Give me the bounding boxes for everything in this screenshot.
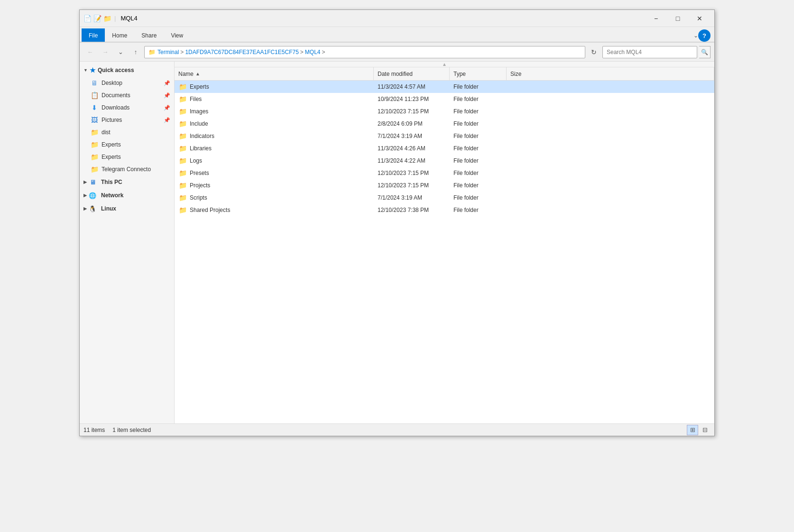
up-button[interactable]: ↑ — [129, 46, 142, 59]
file-row[interactable]: 📁 Include 2/8/2024 6:09 PM File folder — [175, 118, 714, 130]
file-row[interactable]: 📁 Logs 11/3/2024 4:22 AM File folder — [175, 155, 714, 167]
sidebar-section-quick-access[interactable]: ▼ ★ Quick access — [80, 64, 174, 77]
qat-separator: | — [114, 15, 116, 22]
file-row[interactable]: 📁 Indicators 7/1/2024 3:19 AM File folde… — [175, 130, 714, 142]
file-row[interactable]: 📁 Presets 12/10/2023 7:15 PM File folder — [175, 167, 714, 179]
back-button[interactable]: ← — [83, 46, 97, 59]
sidebar-item-desktop[interactable]: 🖥 Desktop 📌 — [80, 77, 174, 89]
tab-home[interactable]: Home — [105, 28, 134, 42]
search-button[interactable]: 🔍 — [699, 46, 711, 58]
linux-icon: 🐧 — [89, 205, 96, 212]
pictures-icon: 🖼 — [90, 116, 99, 124]
this-pc-icon: 🖥 — [89, 178, 96, 186]
ribbon: File Home Share View ⌄ ? — [80, 27, 714, 43]
file-size-cell — [507, 105, 714, 117]
this-pc-chevron: ▶ — [83, 180, 87, 184]
docs-pin: 📌 — [164, 92, 170, 99]
maximize-button[interactable]: □ — [667, 10, 689, 27]
sidebar-item-pictures[interactable]: 🖼 Pictures 📌 — [80, 114, 174, 126]
sidebar-section-this-pc[interactable]: ▶ 🖥 This PC — [80, 175, 174, 189]
sidebar-item-experts-2[interactable]: 📁 Experts — [80, 151, 174, 163]
close-button[interactable]: ✕ — [689, 10, 711, 27]
file-name-cell: 📁 Libraries — [175, 142, 374, 154]
sidebar-item-telegram[interactable]: 📁 Telegram Connecto — [80, 163, 174, 175]
sort-arrow-name: ▲ — [195, 71, 200, 76]
quick-access-chevron: ▼ — [83, 68, 88, 73]
col-header-date[interactable]: Date modified — [374, 67, 450, 80]
file-size-cell — [507, 130, 714, 142]
folder-icon: 📁 — [178, 193, 187, 202]
downloads-icon: ⬇ — [90, 103, 99, 112]
file-type-cell: File folder — [450, 142, 507, 154]
file-row[interactable]: 📁 Experts 11/3/2024 4:57 AM File folder — [175, 81, 714, 93]
minimize-button[interactable]: − — [645, 10, 667, 27]
file-name-cell: 📁 Presets — [175, 167, 374, 179]
documents-icon: 📋 — [90, 91, 99, 100]
tab-share[interactable]: Share — [134, 28, 164, 42]
file-date-cell: 12/10/2023 7:15 PM — [374, 105, 450, 117]
telegram-folder-icon: 📁 — [90, 165, 99, 174]
address-path[interactable]: 📁 Terminal > 1DAFD9A7C67DC84FE37EAA1FC1E… — [144, 46, 585, 58]
network-chevron: ▶ — [83, 193, 87, 198]
file-size-cell — [507, 81, 714, 92]
file-size-cell — [507, 192, 714, 203]
help-button[interactable]: ? — [698, 29, 711, 42]
sidebar-item-documents[interactable]: 📋 Documents 📌 — [80, 89, 174, 101]
file-size-cell — [507, 118, 714, 129]
file-size-cell — [507, 142, 714, 154]
main-area: ▼ ★ Quick access 🖥 Desktop 📌 📋 Documents… — [80, 62, 714, 423]
sidebar-item-pictures-label: Pictures — [102, 117, 122, 123]
col-header-name[interactable]: Name ▲ — [175, 67, 374, 80]
file-name-cell: 📁 Scripts — [175, 192, 374, 203]
dropdown-button[interactable]: ⌄ — [114, 46, 127, 59]
col-header-type[interactable]: Type — [450, 67, 507, 80]
ribbon-expand-btn[interactable]: ⌄ — [693, 32, 698, 39]
file-type-cell: File folder — [450, 192, 507, 203]
file-type-cell: File folder — [450, 179, 507, 191]
file-date-cell: 7/1/2024 3:19 AM — [374, 130, 450, 142]
file-name-cell: 📁 Files — [175, 93, 374, 105]
sidebar-section-linux[interactable]: ▶ 🐧 Linux — [80, 202, 174, 215]
sidebar-item-downloads[interactable]: ⬇ Downloads 📌 — [80, 101, 174, 114]
this-pc-label: This PC — [101, 179, 122, 185]
network-label: Network — [101, 192, 123, 199]
forward-button[interactable]: → — [99, 46, 112, 59]
large-icons-view-button[interactable]: ⊟ — [699, 425, 711, 435]
sidebar-section-network[interactable]: ▶ 🌐 Network — [80, 189, 174, 202]
file-row[interactable]: 📁 Libraries 11/3/2024 4:26 AM File folde… — [175, 142, 714, 155]
search-input[interactable] — [602, 46, 697, 58]
file-type-cell: File folder — [450, 105, 507, 117]
file-size-cell — [507, 167, 714, 179]
pictures-pin: 📌 — [164, 117, 170, 123]
file-row[interactable]: 📁 Files 10/9/2024 11:23 PM File folder — [175, 93, 714, 105]
status-bar: 11 items 1 item selected ⊞ ⊟ — [80, 423, 714, 436]
file-row[interactable]: 📁 Scripts 7/1/2024 3:19 AM File folder — [175, 192, 714, 204]
folder-icon: 📁 — [178, 119, 187, 128]
file-row[interactable]: 📁 Projects 12/10/2023 7:15 PM File folde… — [175, 179, 714, 192]
file-date-cell: 12/10/2023 7:38 PM — [374, 204, 450, 216]
file-size-cell — [507, 155, 714, 166]
tab-file[interactable]: File — [82, 28, 105, 42]
sidebar: ▼ ★ Quick access 🖥 Desktop 📌 📋 Documents… — [80, 62, 175, 423]
file-name-cell: 📁 Logs — [175, 155, 374, 166]
desktop-icon: 🖥 — [90, 79, 99, 87]
folder-icon: 📁 — [178, 95, 187, 103]
sidebar-item-experts-1[interactable]: 📁 Experts — [80, 138, 174, 151]
file-type-cell: File folder — [450, 155, 507, 166]
folder-icon: 📁 — [178, 83, 187, 91]
refresh-button[interactable]: ↻ — [587, 46, 600, 59]
file-row[interactable]: 📁 Shared Projects 12/10/2023 7:38 PM Fil… — [175, 204, 714, 216]
folder-icon: 📁 — [178, 206, 187, 214]
title-bar-icons: 📄 📝 📁 | — [83, 15, 117, 22]
col-header-size[interactable]: Size — [507, 67, 714, 80]
sidebar-item-desktop-label: Desktop — [102, 80, 122, 86]
title-bar-controls: − □ ✕ — [645, 10, 711, 27]
details-view-button[interactable]: ⊞ — [687, 425, 698, 435]
title-bar: 📄 📝 📁 | MQL4 − □ ✕ — [80, 10, 714, 27]
file-row[interactable]: 📁 Images 12/10/2023 7:15 PM File folder — [175, 105, 714, 118]
content-area: ▲ Name ▲ Date modified Type Size — [175, 62, 714, 423]
sidebar-item-dist[interactable]: 📁 dist — [80, 126, 174, 138]
file-date-cell: 11/3/2024 4:26 AM — [374, 142, 450, 154]
file-type-cell: File folder — [450, 167, 507, 179]
tab-view[interactable]: View — [164, 28, 190, 42]
